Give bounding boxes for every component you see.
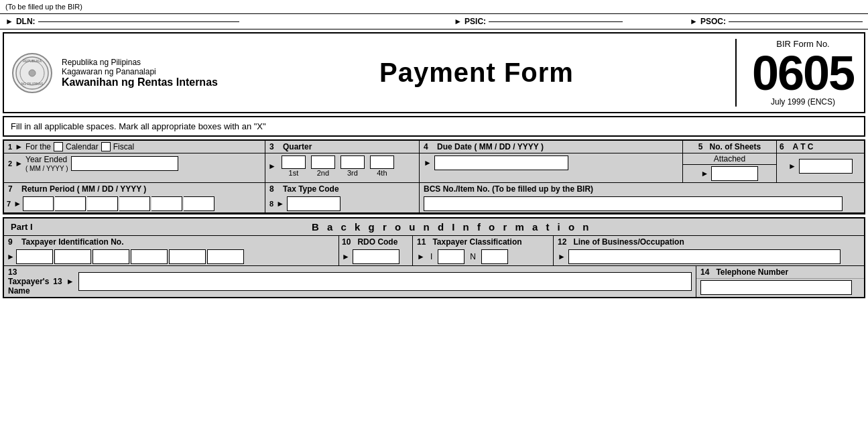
field-num-4: 4 <box>424 142 428 151</box>
tin-seg4[interactable] <box>131 249 168 264</box>
for-the-column: 1 ► For the Calendar Fiscal 2 ► Year End… <box>4 141 265 182</box>
calendar-checkbox[interactable] <box>54 142 63 151</box>
taxpayer-class-inputs: ► I N <box>413 248 553 265</box>
tel-header: 14 Telephone Number <box>696 266 864 279</box>
calendar-label: Calendar <box>66 142 99 151</box>
bg-info-label: B a c k g r o u n d I n f o r m a t i o … <box>46 221 857 233</box>
due-date-input[interactable] <box>434 155 568 170</box>
atc-input[interactable] <box>799 159 853 174</box>
taxpayer-class-label: Taxpayer Classification <box>432 237 521 247</box>
taxpayer-name-labels: 13 Taxpayer's Name <box>8 267 49 296</box>
q2-input[interactable] <box>311 155 335 169</box>
psoc-item: ► PSOC: <box>690 17 863 26</box>
taxpayer-name-block: 13 Taxpayer's Name 13 ► <box>4 266 696 297</box>
field-num-10: 10 <box>342 237 351 247</box>
agency-line2: Kagawaran ng Pananalapi <box>62 67 218 76</box>
class-n-input[interactable] <box>481 249 508 264</box>
taxpayer-class-block: 11 Taxpayer Classification ► I N <box>413 236 554 265</box>
instruction-box: Fill in all applicable spaces. Mark all … <box>3 116 865 137</box>
year-ended-label: Year Ended <box>25 155 68 164</box>
tin-seg3[interactable] <box>92 249 129 264</box>
lob-input[interactable] <box>568 249 841 264</box>
tin-inputs: ► <box>4 248 338 265</box>
return-period-arrow: ► <box>13 199 21 208</box>
rp-seg2[interactable] <box>55 196 86 211</box>
tel-input[interactable] <box>700 280 852 295</box>
atc-column: 6 A T C ► <box>777 141 864 182</box>
taxpayer-name-row: 13 Taxpayer's Name 13 ► <box>4 266 696 297</box>
name-label: Name <box>8 286 49 296</box>
class-i-label: I <box>430 252 432 261</box>
row2-year-ended: 2 ► Year Ended ( MM / YYYY ) <box>4 153 265 174</box>
return-period-column: 7 Return Period ( MM / DD / YYYY ) 7 ► <box>4 183 265 212</box>
rp-seg1[interactable] <box>23 196 54 211</box>
form-number: 0605 <box>750 49 856 97</box>
part-i-header: Part I B a c k g r o u n d I n f o r m a… <box>4 218 864 236</box>
part-i-section: Part I B a c k g r o u n d I n f o r m a… <box>3 217 865 298</box>
quarter-arrow: ► <box>268 162 276 171</box>
q4-label: 4th <box>377 169 387 177</box>
tin-arrow: ► <box>7 252 15 261</box>
tin-seg5[interactable] <box>169 249 206 264</box>
lob-inputs: ► <box>554 248 864 265</box>
main-form: 1 ► For the Calendar Fiscal 2 ► Year End… <box>3 139 865 214</box>
tax-type-input[interactable] <box>287 196 340 211</box>
sheets-input[interactable] <box>711 166 758 181</box>
q3-input[interactable] <box>340 155 365 169</box>
q3-label: 3rd <box>347 169 358 177</box>
tin-label: Taxpayer Identification No. <box>21 237 123 247</box>
atc-header: 6 A T C <box>777 141 864 153</box>
tel-input-area <box>696 279 864 296</box>
field-num-1: 1 <box>8 143 12 151</box>
bcs-input-area <box>420 195 864 212</box>
q1-input[interactable] <box>282 155 306 169</box>
quarter-column: 3 Quarter ► 1st 2nd 3rd <box>265 141 420 182</box>
tin-seg1[interactable] <box>16 249 53 264</box>
tin-block: 9 Taxpayer Identification No. ► <box>4 236 339 265</box>
year-ended-input[interactable] <box>71 156 178 171</box>
tax-type-num: 8 <box>269 200 273 208</box>
atc-label: A T C <box>793 142 814 151</box>
row1-2: 1 ► For the Calendar Fiscal 2 ► Year End… <box>4 141 864 183</box>
rp-seg4[interactable] <box>119 196 150 211</box>
row-9-12: 9 Taxpayer Identification No. ► 10 RDO C… <box>4 236 864 266</box>
row2-arrow: ► <box>15 159 23 168</box>
tin-seg2[interactable] <box>54 249 91 264</box>
tin-seg6[interactable] <box>207 249 244 264</box>
field-num-6: 6 <box>780 142 784 151</box>
field-num-13b: 13 <box>53 277 62 286</box>
rdo-header: 10 RDO Code <box>339 236 412 248</box>
taxpayer-label: Taxpayer's <box>8 277 49 286</box>
row-13-14: 13 Taxpayer's Name 13 ► 14 Telephone Num… <box>4 266 864 297</box>
svg-point-2 <box>29 70 36 76</box>
tin-header: 9 Taxpayer Identification No. <box>4 236 338 248</box>
form-title: Payment Form <box>218 58 735 88</box>
q4-input[interactable] <box>370 155 394 169</box>
tel-label: Telephone Number <box>716 267 788 277</box>
lob-label: Line of Business/Occupation <box>573 237 684 247</box>
svg-text:REPUBLIKA: REPUBLIKA <box>23 59 42 63</box>
bcs-input[interactable] <box>424 196 843 211</box>
taxpayer-name-input[interactable] <box>78 272 692 291</box>
field-num-5: 5 <box>698 142 703 151</box>
rp-seg6[interactable] <box>184 196 214 211</box>
bcs-column: BCS No./Item No. (To be filled up by the… <box>420 183 864 212</box>
lob-header: 12 Line of Business/Occupation <box>554 236 864 248</box>
psic-label: PSIC: <box>464 17 486 26</box>
field-num-8: 8 <box>269 184 274 194</box>
class-arrow: ► <box>417 252 425 261</box>
fiscal-checkbox[interactable] <box>101 142 111 151</box>
class-n-label: N <box>470 252 476 261</box>
due-date-header: 4 Due Date ( MM / DD / YYYY ) <box>420 141 682 153</box>
bcs-label: BCS No./Item No. (To be filled up by the… <box>424 184 593 194</box>
field-num-3: 3 <box>269 142 274 151</box>
rp-seg3[interactable] <box>87 196 118 211</box>
dln-item: ► DLN: <box>5 17 239 26</box>
rdo-input[interactable] <box>353 249 399 264</box>
tax-type-arrow: ► <box>276 199 284 208</box>
rp-seg5[interactable] <box>151 196 182 211</box>
sheets-header: 5 No. of Sheets <box>683 141 776 153</box>
return-period-header: 7 Return Period ( MM / DD / YYYY ) <box>4 183 265 195</box>
psoc-arrow: ► <box>690 17 698 26</box>
class-i-input[interactable] <box>438 249 464 264</box>
